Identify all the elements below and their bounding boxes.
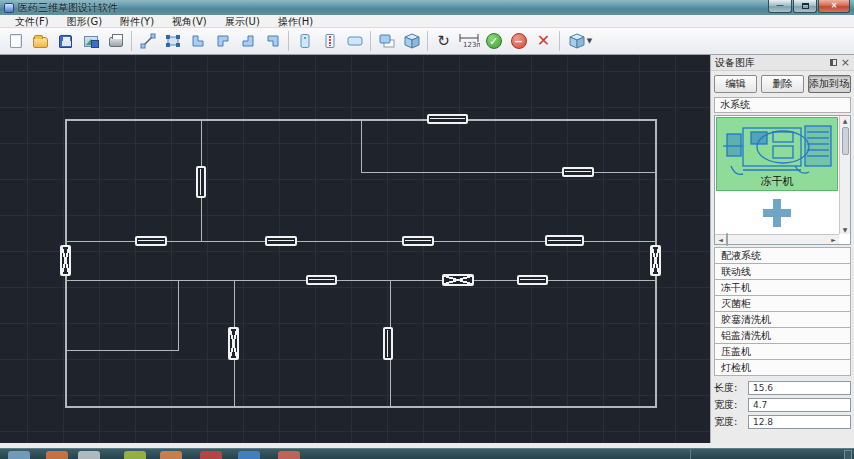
view-cube-icon <box>568 33 586 50</box>
taskbar-icon[interactable] <box>124 451 146 459</box>
open-file-button[interactable] <box>28 29 53 53</box>
window-symbol[interactable] <box>265 236 297 246</box>
application-window: 医药三维草图设计软件 — × 文件(F) 图形(G) 附件(Y) 视角(V) 展… <box>0 0 854 459</box>
menu-file[interactable]: 文件(F) <box>6 15 58 28</box>
drawing-canvas[interactable] <box>0 55 710 443</box>
taskbar-icon[interactable] <box>160 451 182 459</box>
menu-display[interactable]: 展示(U) <box>216 15 269 28</box>
window-symbol[interactable] <box>306 275 337 285</box>
taskbar-icon[interactable] <box>200 451 222 459</box>
toolbar-separator <box>288 31 289 51</box>
image-icon <box>84 36 98 47</box>
remove-button[interactable]: − <box>506 29 531 53</box>
category-water-system[interactable]: 水系统 <box>714 97 851 113</box>
menu-operate[interactable]: 操作(H) <box>269 15 322 28</box>
new-file-button[interactable] <box>3 29 28 53</box>
overlap-rect-tool-button[interactable] <box>374 29 399 53</box>
print-button[interactable] <box>103 29 128 53</box>
list-item-sterilizer[interactable]: 灭菌柜 <box>714 295 851 312</box>
delete-button[interactable]: ✕ <box>531 29 556 53</box>
dock-panel-icon[interactable] <box>830 59 837 66</box>
taskbar-icon[interactable] <box>78 451 100 459</box>
library-item-freeze-dryer[interactable]: 冻干机 <box>716 117 838 191</box>
taskbar-icon[interactable] <box>46 451 68 459</box>
minimize-button[interactable]: — <box>768 0 792 13</box>
taskbar-icon[interactable] <box>8 451 30 459</box>
length-input[interactable]: 15.6 <box>748 381 851 395</box>
rect-tool-button[interactable] <box>342 29 367 53</box>
door-symbol[interactable] <box>442 274 474 286</box>
close-button[interactable]: × <box>818 0 850 13</box>
cube-tool-button[interactable] <box>399 29 424 53</box>
menu-bar: 文件(F) 图形(G) 附件(Y) 视角(V) 展示(U) 操作(H) <box>0 15 854 28</box>
corner-wall-tool-tl-button[interactable] <box>210 29 235 53</box>
door-symbol[interactable] <box>60 245 71 276</box>
rotate-tool-button[interactable]: ↻ <box>431 29 456 53</box>
wall <box>361 119 362 173</box>
panel-close-icon[interactable]: × <box>841 58 850 68</box>
list-item-freeze-dryer[interactable]: 冻干机 <box>714 279 851 296</box>
taskbar[interactable] <box>0 448 854 459</box>
window-symbol[interactable] <box>562 167 594 177</box>
menu-view[interactable]: 视角(V) <box>163 15 216 28</box>
window-symbol[interactable] <box>517 275 548 285</box>
width2-input[interactable]: 12.8 <box>748 415 851 429</box>
wall <box>178 280 179 351</box>
window-symbol[interactable] <box>545 235 584 246</box>
menu-attachment[interactable]: 附件(Y) <box>111 15 163 28</box>
dimension-tool-button[interactable]: 123m <box>456 29 481 53</box>
window-symbol[interactable] <box>383 327 393 360</box>
library-box: 冻干机 ▲ ▼ ◄ ► <box>714 115 851 245</box>
corner-wall-tool-bl-button[interactable] <box>185 29 210 53</box>
door-tool-button[interactable] <box>292 29 317 53</box>
scroll-up-icon[interactable]: ▲ <box>840 116 851 125</box>
delete-item-button[interactable]: 删除 <box>761 75 804 93</box>
list-item-mixing-system[interactable]: 配液系统 <box>714 247 851 264</box>
width-input[interactable]: 4.7 <box>748 398 851 412</box>
overlap-rect-icon <box>378 33 396 49</box>
window-tool-button[interactable] <box>317 29 342 53</box>
select-rect-tool-button[interactable] <box>160 29 185 53</box>
scroll-right-icon[interactable]: ► <box>828 235 839 244</box>
window-symbol[interactable] <box>196 166 206 198</box>
list-item-cap-washer[interactable]: 铝盖清洗机 <box>714 327 851 344</box>
rotate-icon: ↻ <box>437 33 450 49</box>
vertical-scrollbar[interactable]: ▲ ▼ <box>839 116 850 234</box>
list-item-capping-machine[interactable]: 压盖机 <box>714 343 851 360</box>
add-to-scene-button[interactable]: 添加到场景 <box>808 75 851 93</box>
save-button[interactable] <box>53 29 78 53</box>
corner-wall-tl-icon <box>215 33 231 49</box>
width-label: 宽度: <box>714 398 748 412</box>
scroll-down-icon[interactable]: ▼ <box>840 225 851 234</box>
door-symbol[interactable] <box>228 327 239 360</box>
length-label: 长度: <box>714 381 748 395</box>
minus-icon: − <box>511 33 527 49</box>
confirm-button[interactable]: ✓ <box>481 29 506 53</box>
wall <box>361 172 656 173</box>
menu-shape[interactable]: 图形(G) <box>58 15 112 28</box>
corner-wall-tool-br-button[interactable] <box>235 29 260 53</box>
export-image-button[interactable] <box>78 29 103 53</box>
window-symbol[interactable] <box>402 236 434 246</box>
edit-button[interactable]: 编辑 <box>714 75 757 93</box>
panel-header: 设备图库 × <box>711 55 854 71</box>
maximize-button[interactable] <box>793 0 817 13</box>
wall <box>65 280 656 281</box>
view-mode-dropdown[interactable]: ▼ <box>563 29 597 53</box>
horizontal-scroll-thumb[interactable] <box>726 233 728 246</box>
list-item-light-inspector[interactable]: 灯检机 <box>714 359 851 376</box>
list-item-linkage-line[interactable]: 联动线 <box>714 263 851 280</box>
line-tool-button[interactable] <box>135 29 160 53</box>
taskbar-icon[interactable] <box>238 451 260 459</box>
library-add-item[interactable] <box>716 191 838 234</box>
corner-wall-tool-tr-button[interactable] <box>260 29 285 53</box>
taskbar-icon[interactable] <box>278 451 300 459</box>
show-desktop-button[interactable] <box>844 450 852 459</box>
list-item-stopper-washer[interactable]: 胶塞清洗机 <box>714 311 851 328</box>
window-symbol[interactable] <box>135 236 167 246</box>
horizontal-scrollbar[interactable]: ◄ ► <box>715 234 839 244</box>
door-symbol[interactable] <box>650 245 661 276</box>
window-symbol[interactable] <box>427 114 468 124</box>
vertical-scroll-thumb[interactable] <box>842 127 849 155</box>
scroll-left-icon[interactable]: ◄ <box>715 235 726 244</box>
